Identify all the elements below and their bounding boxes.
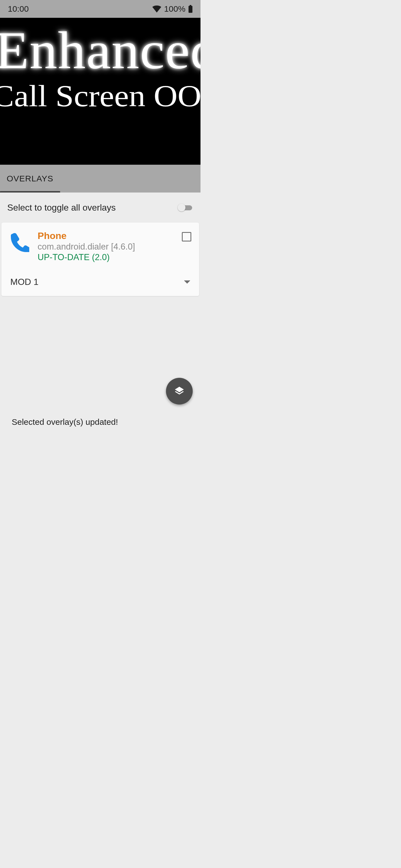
svg-rect-0 bbox=[190, 5, 191, 6]
phone-icon bbox=[9, 232, 29, 252]
overlay-status: UP-TO-DATE (2.0) bbox=[37, 252, 173, 262]
toggle-all-switch[interactable] bbox=[178, 203, 193, 213]
tab-bar: OVERLAYS bbox=[0, 165, 200, 192]
snackbar-text: Selected overlay(s) updated! bbox=[12, 417, 118, 427]
overlay-package: com.android.dialer [4.6.0] bbox=[37, 242, 173, 252]
status-time: 10:00 bbox=[8, 4, 29, 13]
status-bar: 10:00 100% bbox=[0, 0, 200, 18]
overlay-card: Phone com.android.dialer [4.6.0] UP-TO-D… bbox=[1, 223, 199, 296]
toggle-all-row[interactable]: Select to toggle all overlays bbox=[0, 192, 200, 223]
hero-title-line2: Call Screen OOS bbox=[0, 79, 200, 114]
overlay-app-name: Phone bbox=[37, 230, 173, 241]
toggle-all-label: Select to toggle all overlays bbox=[7, 203, 116, 213]
status-right: 100% bbox=[152, 4, 193, 13]
battery-percent: 100% bbox=[164, 4, 185, 13]
overlay-checkbox[interactable] bbox=[182, 232, 191, 242]
battery-icon bbox=[188, 5, 193, 13]
mod-label: MOD 1 bbox=[10, 277, 38, 287]
mod-dropdown[interactable]: MOD 1 bbox=[9, 277, 191, 287]
svg-rect-1 bbox=[189, 6, 193, 13]
tab-overlays[interactable]: OVERLAYS bbox=[0, 165, 60, 192]
fab-layers-button[interactable] bbox=[166, 378, 193, 404]
overlay-card-header[interactable]: Phone com.android.dialer [4.6.0] UP-TO-D… bbox=[9, 230, 191, 262]
hero-title-line1: Enhanced bbox=[0, 20, 200, 81]
snackbar: Selected overlay(s) updated! bbox=[0, 417, 200, 434]
hero-banner: Enhanced Call Screen OOS bbox=[0, 18, 200, 165]
layers-icon bbox=[173, 385, 185, 397]
content: Select to toggle all overlays Phone com.… bbox=[0, 192, 200, 296]
wifi-icon bbox=[152, 5, 161, 12]
tab-overlays-label: OVERLAYS bbox=[7, 174, 54, 183]
chevron-down-icon bbox=[184, 280, 190, 284]
